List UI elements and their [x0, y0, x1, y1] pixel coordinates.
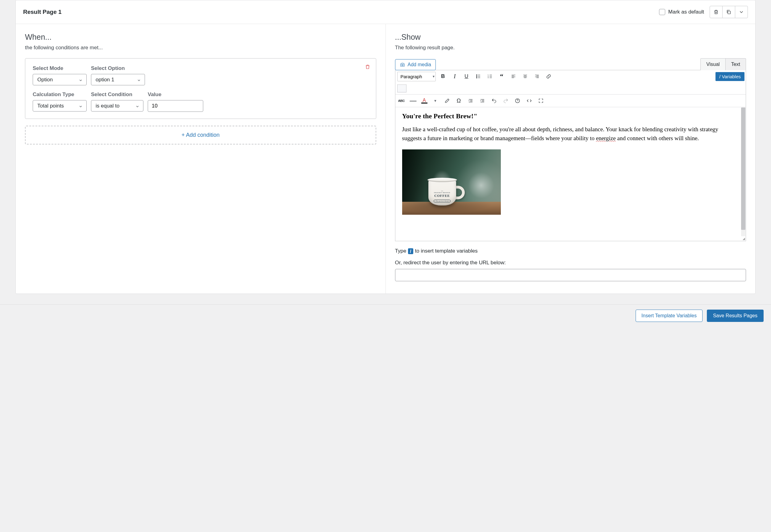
undo-icon [491, 98, 497, 104]
align-left-icon [511, 74, 516, 79]
svg-text:3: 3 [487, 77, 488, 79]
mark-default-checkbox[interactable] [659, 9, 665, 15]
svg-point-1 [402, 64, 403, 66]
editor-toolbar-row-2: ABC — A ▼ Ω [395, 95, 746, 107]
spellcheck-word: energize [596, 135, 616, 141]
help-icon [515, 98, 520, 104]
trash-icon [365, 64, 370, 70]
background-color-button[interactable] [397, 84, 406, 92]
editor-content[interactable]: You're the Perfect Brew!" Just like a we… [395, 107, 746, 237]
camera-icon [400, 62, 405, 67]
code-button[interactable] [524, 95, 535, 106]
svg-rect-0 [728, 11, 730, 14]
variables-button[interactable]: / Variables [716, 72, 745, 81]
add-media-button[interactable]: Add media [395, 59, 436, 70]
indent-button[interactable] [477, 95, 488, 106]
select-condition[interactable]: is equal to [91, 100, 143, 112]
editor-scrollbar[interactable] [741, 108, 745, 236]
value-input[interactable] [148, 100, 203, 112]
horizontal-rule-button[interactable]: — [408, 95, 419, 106]
condition-box: Select Mode Option Select Option [25, 58, 376, 119]
tab-visual[interactable]: Visual [701, 59, 725, 70]
trash-icon [713, 9, 719, 15]
when-title: When... [25, 33, 376, 42]
underline-icon: U [464, 73, 468, 79]
hr-icon: — [410, 97, 417, 105]
chevron-down-icon [739, 9, 744, 15]
delete-page-button[interactable] [710, 6, 723, 18]
show-subtitle: The following result page. [395, 45, 746, 51]
underline-button[interactable]: U [461, 71, 472, 82]
label-calculation-type: Calculation Type [33, 91, 87, 98]
tab-text[interactable]: Text [726, 59, 746, 70]
redo-icon [503, 98, 508, 104]
svg-point-3 [476, 76, 477, 77]
undo-button[interactable] [488, 95, 500, 106]
outdent-button[interactable] [465, 95, 476, 106]
editor-toolbar-row-1: Paragraph B I U 123 “ / Variables [395, 70, 746, 95]
strikethrough-icon: ABC [398, 99, 405, 103]
clear-formatting-button[interactable] [442, 95, 453, 106]
bold-button[interactable]: B [438, 71, 449, 82]
insert-template-variables-button[interactable]: Insert Template Variables [636, 310, 703, 322]
page-title: Result Page 1 [23, 9, 62, 15]
mark-default-text: Mark as default [668, 9, 704, 15]
eraser-icon [444, 98, 450, 104]
mark-default-label[interactable]: Mark as default [659, 9, 704, 15]
svg-point-4 [476, 77, 477, 78]
fullscreen-button[interactable] [535, 95, 546, 106]
italic-icon: I [454, 73, 455, 80]
numbered-list-button[interactable]: 123 [484, 71, 496, 82]
align-right-button[interactable] [531, 71, 542, 82]
show-title: ...Show [395, 33, 746, 42]
bullet-list-button[interactable] [473, 71, 484, 82]
content-paragraph: Just like a well-crafted cup of hot coff… [402, 125, 739, 143]
content-heading: You're the Perfect Brew!" [402, 112, 739, 120]
redirect-url-input[interactable] [395, 269, 746, 281]
text-color-icon: A [422, 98, 426, 103]
label-select-condition: Select Condition [91, 91, 143, 98]
select-calc-type[interactable]: Total points [33, 100, 87, 112]
blockquote-button[interactable]: “ [496, 71, 507, 82]
add-condition-button[interactable]: + Add condition [25, 126, 376, 144]
help-button[interactable] [512, 95, 523, 106]
omega-icon: Ω [457, 98, 461, 104]
special-char-button[interactable]: Ω [453, 95, 464, 106]
outdent-icon [468, 98, 473, 104]
code-icon [526, 98, 532, 104]
text-color-button[interactable]: A [419, 95, 429, 106]
label-select-option: Select Option [91, 65, 145, 71]
copy-icon [726, 9, 732, 15]
bullet-list-icon [475, 74, 481, 79]
expand-toggle-button[interactable] [735, 6, 748, 18]
link-icon [546, 74, 551, 79]
delete-condition-button[interactable] [365, 64, 370, 71]
content-image: ~~ PROUDLY BREWED COFFEE The perfect ble… [402, 149, 501, 215]
fullscreen-icon [538, 98, 544, 104]
svg-point-9 [517, 102, 517, 102]
redo-button[interactable] [500, 95, 511, 106]
save-results-pages-button[interactable]: Save Results Pages [707, 310, 764, 322]
align-center-button[interactable] [520, 71, 531, 82]
label-select-mode: Select Mode [33, 65, 87, 71]
strikethrough-button[interactable]: ABC [396, 95, 407, 106]
select-mode[interactable]: Option [33, 74, 87, 85]
svg-point-2 [476, 75, 477, 75]
caret-down-icon: ▼ [434, 99, 437, 103]
label-value: Value [148, 91, 203, 98]
duplicate-page-button[interactable] [722, 6, 735, 18]
when-subtitle: the following conditions are met... [25, 45, 376, 51]
indent-icon [479, 98, 485, 104]
format-select[interactable]: Paragraph [397, 72, 436, 81]
redirect-label: Or, redirect the user by entering the UR… [395, 260, 746, 266]
align-left-button[interactable] [508, 71, 519, 82]
editor-resize-handle[interactable]: ◢ [395, 237, 746, 241]
align-center-icon [522, 74, 528, 79]
add-media-label: Add media [408, 62, 431, 67]
italic-button[interactable]: I [449, 71, 460, 82]
numbered-list-icon: 123 [487, 74, 493, 79]
select-option[interactable]: option 1 [91, 74, 145, 85]
link-button[interactable] [543, 71, 554, 82]
align-right-icon [534, 74, 540, 79]
text-color-dropdown[interactable]: ▼ [430, 95, 441, 106]
